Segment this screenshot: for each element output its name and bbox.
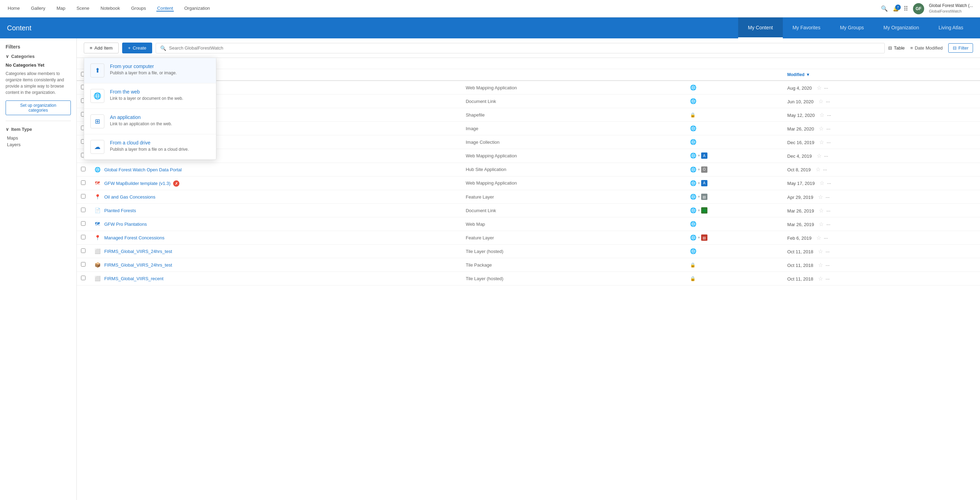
sharing-icons: 🌐	[690, 139, 779, 145]
dropdown-item-3[interactable]: ☁ From a cloud drive Publish a layer fro…	[84, 134, 216, 159]
row-type-cell: Web Mapping Application	[461, 81, 686, 95]
nav-organization[interactable]: Organization	[184, 6, 211, 11]
nav-gallery[interactable]: Gallery	[30, 6, 46, 11]
star-icon[interactable]: ☆	[819, 125, 824, 132]
dropdown-item-0[interactable]: ⬆ From your computer Publish a layer fro…	[84, 58, 216, 83]
modified-col-header[interactable]: Modified ▼	[783, 69, 980, 81]
star-icon[interactable]: ☆	[819, 139, 824, 145]
tab-my-groups[interactable]: My Groups	[830, 17, 873, 38]
more-options-icon[interactable]: ···	[826, 276, 830, 282]
grid-icon[interactable]: ⠿	[904, 5, 908, 13]
row-checkbox-cell	[77, 217, 90, 231]
tab-my-content[interactable]: My Content	[738, 17, 783, 38]
status-badge-red: ✗	[173, 180, 180, 187]
tab-my-organization[interactable]: My Organization	[873, 17, 929, 38]
item-name-link[interactable]: GFW Pro Plantations	[104, 222, 147, 227]
row-checkbox[interactable]	[81, 262, 86, 267]
item-type-section[interactable]: ∨ Item Type	[6, 127, 71, 132]
item-name-link[interactable]: Planted Forests	[104, 208, 136, 213]
create-label: Create	[133, 45, 146, 51]
star-icon[interactable]: ☆	[818, 194, 823, 200]
star-icon[interactable]: ☆	[818, 98, 823, 104]
row-checkbox[interactable]	[81, 194, 86, 198]
star-icon[interactable]: ☆	[817, 85, 822, 91]
search-input[interactable]	[169, 45, 880, 51]
row-checkbox[interactable]	[81, 180, 86, 185]
more-options-icon[interactable]: ···	[826, 140, 830, 145]
item-name-link[interactable]: FIRMS_Global_VIIRS_24hrs_test	[104, 249, 172, 254]
nav-notebook[interactable]: Notebook	[100, 6, 121, 11]
dropdown-item-desc-2: Link to an application on the web.	[110, 121, 172, 127]
row-name-cell: 🌐 Global Forest Watch Open Data Portal	[90, 163, 461, 176]
row-type-cell: Feature Layer	[461, 190, 686, 204]
more-options-icon[interactable]: ···	[827, 112, 831, 118]
more-options-icon[interactable]: ···	[824, 235, 828, 241]
item-name-link[interactable]: Global Forest Watch Open Data Portal	[104, 167, 182, 172]
star-icon[interactable]: ☆	[819, 112, 824, 118]
more-options-icon[interactable]: ···	[826, 208, 830, 214]
more-options-icon[interactable]: ···	[826, 194, 830, 200]
more-options-icon[interactable]: ···	[826, 249, 830, 254]
more-options-icon[interactable]: ···	[824, 153, 828, 159]
row-checkbox-cell	[77, 176, 90, 190]
no-categories-title: No Categories Yet	[6, 62, 71, 68]
star-icon[interactable]: ☆	[818, 276, 823, 282]
categories-section[interactable]: ∨ Categories	[6, 54, 71, 59]
tab-living-atlas[interactable]: Living Atlas	[929, 17, 973, 38]
more-options-icon[interactable]: ···	[826, 262, 830, 268]
star-icon[interactable]: ☆	[818, 248, 823, 254]
modified-label: Modified	[788, 72, 805, 77]
row-checkbox[interactable]	[81, 235, 86, 240]
star-icon[interactable]: ☆	[816, 235, 821, 241]
dropdown-item-1[interactable]: 🌐 From the web Link to a layer or docume…	[84, 83, 216, 109]
row-checkbox[interactable]	[81, 221, 86, 226]
dropdown-item-2[interactable]: ⊞ An application Link to an application …	[84, 109, 216, 134]
row-sharing-cell: 🌐+A	[686, 176, 783, 190]
row-name-cell: ⬜ FIRMS_Global_VIIRS_recent	[90, 272, 461, 286]
star-icon[interactable]: ☆	[819, 180, 824, 186]
nav-content[interactable]: Content	[156, 6, 174, 11]
more-options-icon[interactable]: ···	[826, 126, 830, 132]
star-icon[interactable]: ☆	[817, 153, 822, 159]
star-icon[interactable]: ☆	[819, 208, 824, 214]
create-button[interactable]: + Create	[122, 43, 153, 53]
search-bar: 🔍	[156, 43, 885, 53]
nav-groups[interactable]: Groups	[130, 6, 147, 11]
item-name-link[interactable]: FIRMS_Global_VIIRS_24hrs_test	[104, 262, 172, 268]
nav-home[interactable]: Home	[7, 6, 21, 11]
item-name-link[interactable]: FIRMS_Global_VIIRS_recent	[104, 276, 164, 281]
item-type-maps[interactable]: Maps	[7, 135, 71, 141]
notification-bell[interactable]: 🔔 7	[893, 6, 899, 11]
star-icon[interactable]: ☆	[818, 262, 823, 268]
more-options-icon[interactable]: ···	[826, 99, 830, 104]
thumb-o-icon: O	[701, 167, 708, 173]
toolbar: ≡ Add Item + Create 🔍 ⊟ Table ≡ Date Mod…	[77, 38, 980, 58]
more-options-icon[interactable]: ···	[824, 85, 828, 91]
globe-sharing-icon: 🌐	[690, 98, 697, 104]
row-type-cell: Tile Layer (hosted)	[461, 272, 686, 286]
more-options-icon[interactable]: ···	[823, 167, 827, 172]
item-name-link[interactable]: Managed Forest Concessions	[104, 235, 165, 240]
row-checkbox[interactable]	[81, 208, 86, 212]
setup-categories-button[interactable]: Set up organization categories	[6, 100, 71, 115]
row-checkbox[interactable]	[81, 276, 86, 280]
row-checkbox[interactable]	[81, 167, 86, 171]
more-options-icon[interactable]: ···	[827, 180, 831, 186]
filter-button[interactable]: ⊟ Filter	[948, 43, 973, 53]
search-icon[interactable]: 🔍	[881, 5, 888, 12]
item-name-link[interactable]: GFW MapBuilder template (v1.3)	[104, 181, 171, 186]
date-modified-button[interactable]: ≡ Date Modified	[910, 45, 943, 51]
nav-map[interactable]: Map	[56, 6, 66, 11]
row-type-cell: Tile Package	[461, 258, 686, 272]
star-icon[interactable]: ☆	[816, 167, 821, 172]
star-icon[interactable]: ☆	[819, 221, 824, 227]
sharing-icons: 🌐+A	[690, 152, 779, 159]
more-options-icon[interactable]: ···	[826, 222, 830, 227]
nav-scene[interactable]: Scene	[76, 6, 90, 11]
item-name-link[interactable]: Oil and Gas Concessions	[104, 194, 156, 200]
table-view-button[interactable]: ⊟ Table	[888, 45, 905, 51]
add-item-button[interactable]: ≡ Add Item	[84, 43, 119, 53]
row-checkbox[interactable]	[81, 248, 86, 253]
item-type-layers[interactable]: Layers	[7, 141, 71, 148]
tab-my-favorites[interactable]: My Favorites	[783, 17, 830, 38]
